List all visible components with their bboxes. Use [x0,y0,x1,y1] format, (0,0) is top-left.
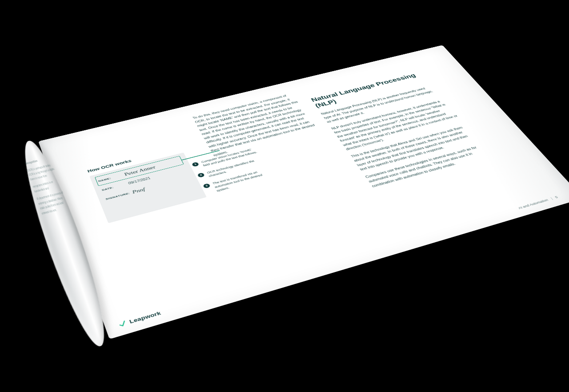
footer-page-number: 5 [554,196,559,199]
column-right: Natural Language Processing (NLP) Natura… [310,71,495,192]
open-book: How OCR works NAME: Peter Anner DATE: 09… [38,45,569,339]
ocr-paragraph: To do this, they need computer vision, a… [192,92,320,157]
page-content: How OCR works NAME: Peter Anner DATE: 09… [77,60,547,309]
ocr-block: How OCR works NAME: Peter Anner DATE: 09… [87,142,224,223]
page-spread: How OCR works NAME: Peter Anner DATE: 09… [38,45,569,339]
step-number: 3 [203,183,211,188]
step-number: 1 [192,162,200,167]
brand-name: Leapwork [128,310,162,324]
leapwork-mark-icon [117,320,128,328]
ocr-form-mock: NAME: Peter Anner DATE: 09/17/2021 SIGNA… [89,152,207,223]
footer-sep: | [550,197,553,200]
form-sig-value: Pnnf [131,187,146,195]
brand-logo: Leapwork [117,310,162,328]
form-sig-label: SIGNATURE: [105,191,132,200]
curl-p1: (OCR) is perhaps AI today. OCR is a ing … [27,162,57,182]
footer-title: AI and Automation [517,198,549,210]
step-number: 2 [197,172,205,178]
form-date-value: 09/17/2021 [128,176,151,185]
form-name-label: NAME: [98,173,125,182]
stage: How OCR works NAME: Peter Anner DATE: 09… [0,0,569,392]
form-date-label: DATE: [101,182,129,192]
